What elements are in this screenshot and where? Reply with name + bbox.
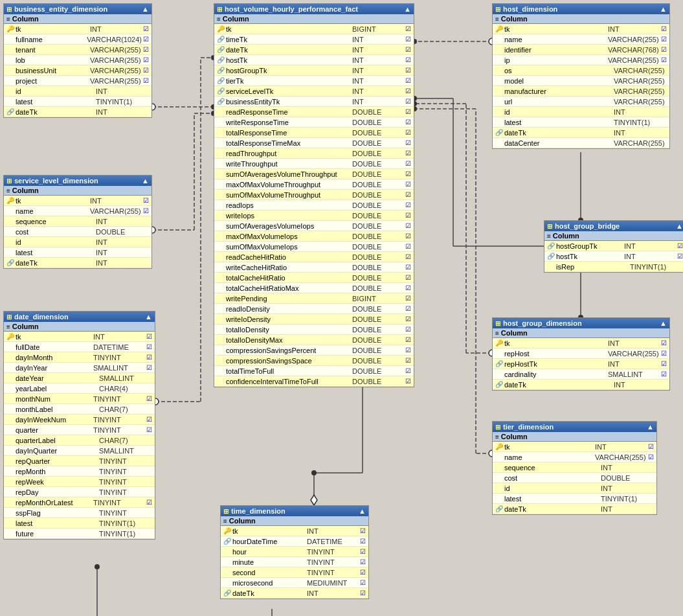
check-icon: ☑	[405, 67, 411, 74]
column-header-row-host_volume_hourly_performance_fact: ≡Column	[214, 14, 414, 24]
column-type: DOUBLE	[352, 264, 404, 271]
check-icon: ☑	[405, 378, 411, 385]
table-collapse-time_dimension[interactable]: ▲	[359, 507, 366, 515]
column-type: VARCHAR(255)	[90, 46, 142, 54]
table-row: fullnameVARCHAR(1024)☑	[4, 34, 151, 45]
table-row: cardinalitySMALLINT☑	[493, 369, 669, 380]
column-name: tenant	[16, 46, 90, 54]
table-row: 🔗dateTkINT☑	[221, 588, 368, 599]
table-row: dataCenterVARCHAR(255)	[493, 138, 669, 148]
check-icon: ☑	[405, 87, 411, 95]
column-header-icon-date_dimension: ≡	[6, 323, 10, 330]
table-icon-tier_dimension: ⊞	[495, 424, 500, 431]
check-icon: ☑	[405, 25, 411, 32]
column-name: dayInYear	[16, 364, 93, 372]
fk-icon: 🔗	[6, 259, 16, 266]
table-row: readCacheHitRatioDOUBLE☑	[214, 252, 414, 262]
table-row: latestTINYINT(1)	[493, 117, 669, 128]
column-type: INT	[96, 259, 148, 267]
check-icon: ☑	[360, 548, 366, 555]
table-row: repMonthTINYINT	[4, 466, 155, 477]
column-name: dayInWeekNum	[16, 416, 93, 424]
table-row: nameVARCHAR(255)☑	[493, 452, 656, 462]
table-row: minuteTINYINT☑	[221, 557, 368, 567]
table-row: sumOfAveragesVolumeIopsDOUBLE☑	[214, 221, 414, 231]
diagram-canvas: ⊞business_entity_dimension▲≡Column🔑tkINT…	[0, 0, 683, 616]
fk-icon: 🔗	[495, 129, 504, 136]
table-collapse-host_group_dimension[interactable]: ▲	[660, 319, 667, 327]
table-row: 🔗hostGroupTkINT☑	[544, 241, 683, 251]
column-name: hostTk	[556, 253, 624, 260]
table-title-host_dimension: host_dimension	[503, 5, 557, 13]
table-row: totalIoDensityDOUBLE☑	[214, 325, 414, 335]
check-icon: ☑	[677, 242, 683, 249]
column-type: DOUBLE	[352, 201, 404, 209]
table-host_group_dimension: ⊞host_group_dimension▲≡Column🔑tkINT☑repH…	[492, 317, 670, 391]
table-row: writeIoDensityDOUBLE☑	[214, 314, 414, 325]
check-icon: ☑	[405, 36, 411, 43]
table-collapse-date_dimension[interactable]: ▲	[145, 313, 152, 321]
column-type: MEDIUMINT	[307, 579, 359, 587]
table-collapse-service_level_dimension[interactable]: ▲	[142, 177, 149, 185]
column-name: id	[504, 485, 601, 492]
column-type: TINYINT	[99, 457, 151, 465]
column-header-row-time_dimension: ≡Column	[221, 516, 368, 526]
table-row: totalCacheHitRatioMaxDOUBLE☑	[214, 283, 414, 293]
table-row: hourTINYINT☑	[221, 547, 368, 557]
table-collapse-tier_dimension[interactable]: ▲	[647, 423, 654, 431]
check-icon: ☑	[360, 558, 366, 565]
column-name: compressionSavingsSpace	[226, 357, 352, 365]
column-name: compressionSavingsPercent	[226, 347, 352, 354]
column-name: model	[504, 77, 614, 85]
table-row: identifierVARCHAR(768)☑	[493, 45, 669, 55]
table-row: dayInWeekNumTINYINT☑	[4, 415, 155, 425]
column-header-icon-host_group_dimension: ≡	[495, 330, 499, 337]
column-name: sumOfMaxVolumeThroughput	[226, 191, 352, 199]
column-name: readCacheHitRatio	[226, 253, 352, 261]
column-name: dateYear	[16, 374, 99, 382]
table-collapse-business_entity_dimension[interactable]: ▲	[142, 5, 149, 13]
fk-icon: 🔗	[217, 87, 226, 95]
column-name: id	[16, 87, 96, 95]
check-icon: ☑	[405, 119, 411, 126]
table-row: projectVARCHAR(255)☑	[4, 76, 151, 86]
column-type: DOUBLE	[352, 170, 404, 178]
column-name: minute	[232, 558, 307, 566]
table-row: 🔑tkBIGINT☑	[214, 24, 414, 34]
check-icon: ☑	[405, 222, 411, 229]
table-row: osVARCHAR(255)	[493, 65, 669, 76]
column-type: DOUBLE	[352, 378, 404, 385]
table-collapse-host_dimension[interactable]: ▲	[660, 5, 667, 13]
check-icon: ☑	[405, 150, 411, 157]
column-type: INT	[307, 589, 359, 597]
column-type: DOUBLE	[352, 284, 404, 292]
column-name: hourDateTime	[232, 538, 307, 545]
table-collapse-host_volume_hourly_performance_fact[interactable]: ▲	[404, 5, 411, 13]
column-name: monthLabel	[16, 405, 99, 413]
table-icon-time_dimension: ⊞	[223, 508, 229, 515]
check-icon: ☑	[405, 253, 411, 260]
svg-point-44	[95, 564, 100, 569]
table-row: 🔗dateTkINT	[493, 128, 669, 138]
column-name: id	[504, 108, 614, 116]
fk-icon: 🔗	[217, 98, 226, 105]
column-name: microsecond	[232, 579, 307, 587]
column-type: INT	[93, 333, 145, 341]
column-type: TINYINT(1)	[99, 530, 151, 538]
column-type: TINYINT	[93, 395, 145, 403]
key-icon: 🔑	[6, 25, 16, 32]
table-row: writeIopsDOUBLE☑	[214, 211, 414, 221]
column-type: DOUBLE	[352, 274, 404, 282]
column-type: DATETIME	[307, 538, 359, 545]
check-icon: ☑	[143, 197, 149, 204]
column-type: TINYINT	[93, 416, 145, 424]
table-title-date_dimension: date_dimension	[14, 313, 69, 321]
table-title-service_level_dimension: service_level_dimension	[14, 177, 98, 185]
table-row: businessUnitVARCHAR(255)☑	[4, 65, 151, 76]
table-collapse-host_group_bridge[interactable]: ▲	[676, 222, 683, 230]
table-row: costDOUBLE	[493, 473, 656, 483]
fk-icon: 🔗	[495, 381, 504, 388]
table-host_volume_hourly_performance_fact: ⊞host_volume_hourly_performance_fact▲≡Co…	[214, 3, 414, 387]
column-type: DOUBLE	[352, 347, 404, 354]
check-icon: ☑	[661, 350, 667, 357]
